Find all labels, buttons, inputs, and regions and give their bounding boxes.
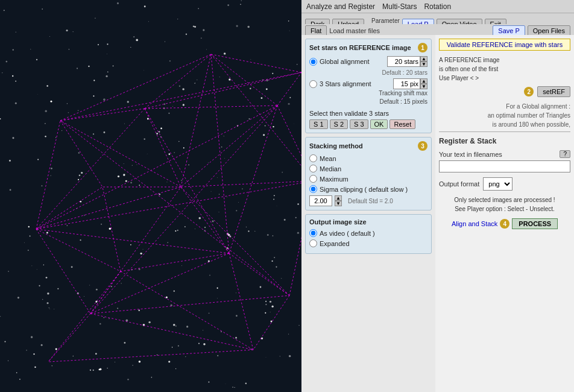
sigma-radio[interactable] xyxy=(309,185,317,193)
expanded-radio[interactable] xyxy=(309,239,317,247)
menu-analyze[interactable]: Analyze and Register xyxy=(306,2,375,11)
s2-button[interactable]: S 2 xyxy=(330,119,348,129)
reset-button[interactable]: Reset xyxy=(390,119,415,129)
set-stars-badge: 1 xyxy=(418,43,427,52)
help-button[interactable]: ? xyxy=(560,150,570,158)
median-label: Median xyxy=(320,165,341,172)
output-format-select[interactable]: png tif fit xyxy=(483,177,512,191)
register-stack-section: Register & Stack Your text in filenames … xyxy=(439,137,570,229)
pix-spinbox-wrap: ▲ ▼ xyxy=(393,78,427,89)
three-stars-radio[interactable] xyxy=(309,80,317,88)
mean-label: Mean xyxy=(320,155,336,162)
sigma-clipping-row: Sigma clipping ( default slow ) xyxy=(309,185,427,193)
sigma-value-row: ▲ ▼ Default Std = 2.0 xyxy=(309,195,427,206)
stars-spinbox[interactable] xyxy=(387,56,420,67)
global-alignment-label[interactable]: Global alignment xyxy=(320,58,370,65)
stars-spin-down[interactable]: ▼ xyxy=(420,62,427,67)
align-stack-link[interactable]: Align and Stack xyxy=(452,220,497,227)
global-alignment-info: For a Global alignment : an optimal numb… xyxy=(439,102,570,129)
format-row: Output format png tif fit xyxy=(439,177,570,191)
only-selected-info: Only selected images are processed ! See… xyxy=(439,195,570,213)
stars-spin-up[interactable]: ▲ xyxy=(420,56,427,62)
ref-image-info: A REFERENCE image is often one of the fi… xyxy=(439,55,570,83)
register-stack-title: Register & Stack xyxy=(439,137,570,145)
your-text-label: Your text in filenames xyxy=(439,151,502,158)
your-text-input[interactable] xyxy=(439,160,570,172)
stacking-title: Stacking method xyxy=(309,142,363,150)
stacking-badge: 3 xyxy=(418,141,427,151)
star-field-canvas xyxy=(0,0,301,392)
mean-row: Mean xyxy=(309,154,427,162)
maximum-row: Maximum xyxy=(309,175,427,183)
as-video-radio[interactable] xyxy=(309,229,317,237)
menu-rotation[interactable]: Rotation xyxy=(424,2,451,11)
three-stars-label[interactable]: 3 Stars alignment xyxy=(320,80,371,87)
maximum-label: Maximum xyxy=(320,175,348,183)
setref-badge: 2 xyxy=(524,87,534,96)
sigma-default-text: Default Std = 2.0 xyxy=(348,198,393,204)
pix-spinbox[interactable] xyxy=(393,78,420,89)
s3-button[interactable]: S 3 xyxy=(350,119,368,129)
as-video-label: As video ( default ) xyxy=(320,230,375,237)
sigma-spin-buttons: ▲ ▼ xyxy=(335,195,342,206)
output-size-title: Output image size xyxy=(309,218,367,226)
sigma-label: Sigma clipping ( default slow ) xyxy=(320,186,408,193)
as-video-row: As video ( default ) xyxy=(309,229,427,237)
output-format-label: Output format xyxy=(439,180,479,188)
menu-multistars[interactable]: Multi-Stars xyxy=(382,2,417,11)
sigma-spin-up[interactable]: ▲ xyxy=(335,195,342,201)
expanded-row: Expanded xyxy=(309,239,427,247)
right-content-panel: Validate REFERENCE image with stars A RE… xyxy=(435,35,574,392)
tracking-info: Tracking shift max Default : 15 pixels xyxy=(309,89,427,106)
maximum-radio[interactable] xyxy=(309,175,317,183)
set-stars-title: Set stars on REFERENCE image xyxy=(309,44,411,51)
stars-spinbox-wrap: ▲ ▼ xyxy=(387,56,427,67)
sigma-spinbox[interactable] xyxy=(309,195,332,206)
setref-button[interactable]: setREF xyxy=(537,86,570,97)
median-row: Median xyxy=(309,165,427,172)
process-row: Align and Stack 4 PROCESS xyxy=(439,218,570,229)
star-buttons-row: S 1 S 2 S 3 OK Reset xyxy=(309,119,427,129)
process-badge: 4 xyxy=(500,219,509,229)
s1-button[interactable]: S 1 xyxy=(309,119,328,129)
global-alignment-row: Global alignment ▲ ▼ xyxy=(309,56,427,67)
pix-spin-up[interactable]: ▲ xyxy=(420,78,427,84)
process-button[interactable]: PROCESS xyxy=(512,218,558,229)
stacking-section: Stacking method 3 Mean Median Maximum Si… xyxy=(305,137,432,210)
three-stars-row: 3 Stars alignment ▲ ▼ xyxy=(309,78,427,89)
setref-row: 2 setREF xyxy=(439,86,570,97)
median-radio[interactable] xyxy=(309,165,317,172)
select-validate-label: Select then validate 3 stars xyxy=(309,110,427,117)
expanded-label: Expanded xyxy=(320,240,350,247)
set-stars-section: Set stars on REFERENCE image 1 Global al… xyxy=(305,39,432,133)
load-master-files-label: Load master files xyxy=(329,27,380,34)
global-alignment-radio[interactable] xyxy=(309,58,317,66)
menu-bar: Analyze and Register Multi-Stars Rotatio… xyxy=(301,0,574,13)
your-text-label-row: Your text in filenames ? xyxy=(439,150,570,158)
sigma-spin-down[interactable]: ▼ xyxy=(335,201,342,206)
output-size-section: Output image size As video ( default ) E… xyxy=(305,214,432,254)
separator xyxy=(439,131,570,132)
pix-spin-down[interactable]: ▼ xyxy=(420,84,427,89)
mean-radio[interactable] xyxy=(309,154,317,162)
validate-reference-button[interactable]: Validate REFERENCE image with stars xyxy=(439,39,570,51)
pix-spin-buttons: ▲ ▼ xyxy=(420,78,427,89)
ok-button[interactable]: OK xyxy=(370,119,388,129)
left-content-panel: Set stars on REFERENCE image 1 Global al… xyxy=(301,35,435,392)
stars-default-text: Default : 20 stars xyxy=(309,69,427,76)
stars-spin-buttons: ▲ ▼ xyxy=(420,56,427,67)
